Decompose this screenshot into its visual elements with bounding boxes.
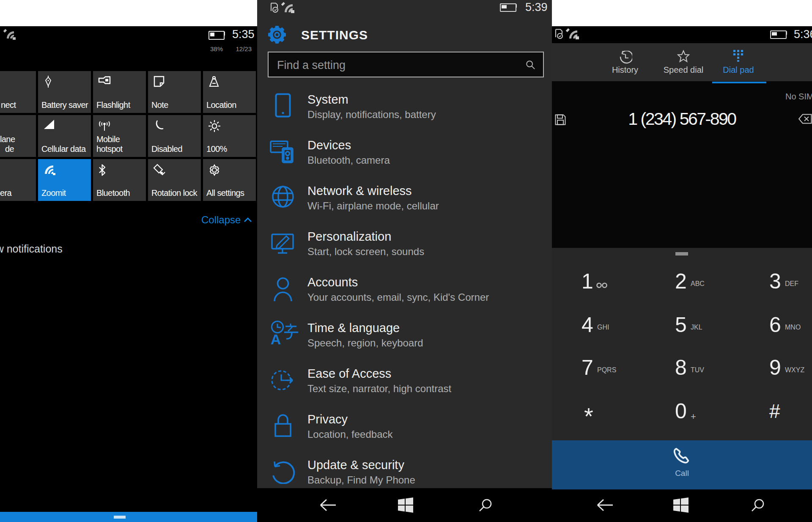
svg-text:A: A bbox=[271, 331, 281, 347]
